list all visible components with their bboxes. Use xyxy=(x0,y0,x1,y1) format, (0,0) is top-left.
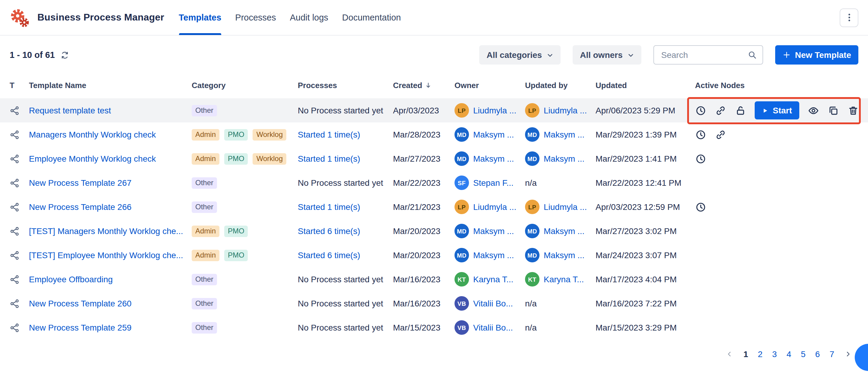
user-link[interactable]: Maksym ... xyxy=(544,154,584,164)
user-link[interactable]: Vitalii Bo... xyxy=(473,323,513,332)
user-link[interactable]: Maksym ... xyxy=(473,130,514,139)
start-button[interactable]: Start xyxy=(755,101,799,119)
processes-status[interactable]: Started 1 time(s) xyxy=(298,202,360,212)
col-owner[interactable]: Owner xyxy=(455,81,525,90)
table-row[interactable]: Employee Monthly Worklog check AdminPMOW… xyxy=(0,147,868,171)
user-link[interactable]: Liudmyla ... xyxy=(473,202,516,212)
chevron-right-icon[interactable] xyxy=(844,350,852,358)
page-number-5[interactable]: 5 xyxy=(801,349,806,359)
page-number-2[interactable]: 2 xyxy=(758,349,763,359)
avatar: KT xyxy=(455,272,469,287)
processes-status[interactable]: Started 6 time(s) xyxy=(298,250,360,260)
avatar: LP xyxy=(525,103,539,118)
user-link[interactable]: Maksym ... xyxy=(473,154,514,164)
col-updated[interactable]: Updated xyxy=(595,81,695,90)
process-template-icon xyxy=(10,153,20,164)
col-template-name[interactable]: Template Name xyxy=(29,81,192,90)
search-input[interactable] xyxy=(660,50,747,60)
template-name-link[interactable]: [TEST] Employee Monthly Worklog che... xyxy=(29,250,183,260)
not-available-text: n/a xyxy=(525,178,537,187)
table-row[interactable]: New Process Template 267 Other No Proces… xyxy=(0,171,868,195)
user-link[interactable]: Maksym ... xyxy=(473,250,514,260)
category-cell: Other xyxy=(192,298,298,309)
page-number-4[interactable]: 4 xyxy=(786,349,792,359)
col-active-nodes: Active Nodes xyxy=(695,81,858,90)
avatar: VB xyxy=(455,320,469,335)
category-chip: Other xyxy=(192,201,217,213)
copy-icon[interactable] xyxy=(828,105,839,116)
trash-icon[interactable] xyxy=(847,105,859,116)
created-cell: Mar/16/2023 xyxy=(393,274,455,284)
new-template-button[interactable]: New Template xyxy=(775,45,858,64)
table-row[interactable]: Managers Monthly Worklog check AdminPMOW… xyxy=(0,122,868,147)
template-name-link[interactable]: [TEST] Managers Monthly Worklog che... xyxy=(29,226,183,236)
tab-audit-logs[interactable]: Audit logs xyxy=(290,0,328,35)
processes-status: No Process started yet xyxy=(298,323,383,332)
app-title: Business Process Manager xyxy=(37,12,164,23)
processes-status[interactable]: Started 1 time(s) xyxy=(298,130,360,139)
results-count: 1 - 10 of 61 xyxy=(10,50,69,60)
user-link[interactable]: Maksym ... xyxy=(544,226,584,236)
template-name-link[interactable]: Managers Monthly Worklog check xyxy=(29,130,156,139)
template-name-link[interactable]: New Process Template 259 xyxy=(29,323,131,332)
tab-templates[interactable]: Templates xyxy=(179,0,221,35)
template-name-link[interactable]: New Process Template 260 xyxy=(29,299,131,308)
template-name-link[interactable]: Employee Monthly Worklog check xyxy=(29,154,156,164)
user-link[interactable]: Vitalii Bo... xyxy=(473,299,513,308)
user-link[interactable]: Stepan F... xyxy=(473,178,514,187)
table-row[interactable]: [TEST] Employee Monthly Worklog che... A… xyxy=(0,243,868,267)
owner-cell: VBVitalii Bo... xyxy=(455,320,525,335)
page-number-1[interactable]: 1 xyxy=(744,349,748,359)
user-link[interactable]: Karyna T... xyxy=(473,274,513,284)
user-link[interactable]: Maksym ... xyxy=(544,130,584,139)
link-icon xyxy=(715,129,726,140)
eye-icon[interactable] xyxy=(808,105,819,116)
categories-filter-label: All categories xyxy=(487,50,542,60)
col-processes[interactable]: Processes xyxy=(298,81,393,90)
table-row[interactable]: Employee Offboarding Other No Process st… xyxy=(0,267,868,291)
user-link[interactable]: Maksym ... xyxy=(473,226,514,236)
template-name-link[interactable]: Employee Offboarding xyxy=(29,274,113,284)
table-row[interactable]: New Process Template 259 Other No Proces… xyxy=(0,316,868,340)
table-row[interactable]: New Process Template 260 Other No Proces… xyxy=(0,291,868,316)
updated-by-cell: n/a xyxy=(525,323,595,332)
user-link[interactable]: Maksym ... xyxy=(544,250,584,260)
user-link[interactable]: Liudmyla ... xyxy=(544,106,587,115)
user-link[interactable]: Liudmyla ... xyxy=(544,202,587,212)
page-number-6[interactable]: 6 xyxy=(815,349,820,359)
col-category[interactable]: Category xyxy=(192,81,298,90)
updated-cell: Mar/17/2023 4:04 PM xyxy=(595,274,695,284)
table-row[interactable]: Request template test Other No Process s… xyxy=(0,98,868,122)
owner-cell: KTKaryna T... xyxy=(455,272,525,287)
table-row[interactable]: [TEST] Managers Monthly Worklog che... A… xyxy=(0,219,868,243)
lock-icon[interactable] xyxy=(735,105,746,116)
col-created[interactable]: Created xyxy=(393,81,455,90)
template-name-link[interactable]: New Process Template 266 xyxy=(29,202,131,212)
category-chip: PMO xyxy=(224,153,248,164)
owners-filter-dropdown[interactable]: All owners xyxy=(572,45,641,64)
owner-cell: MDMaksym ... xyxy=(455,224,525,238)
processes-status: No Process started yet xyxy=(298,274,383,284)
template-name-link[interactable]: Request template test xyxy=(29,106,111,115)
chevron-down-icon xyxy=(546,50,555,59)
refresh-icon[interactable] xyxy=(60,50,69,59)
more-menu-button[interactable] xyxy=(840,8,858,27)
table-row[interactable]: New Process Template 266 Other Started 1… xyxy=(0,195,868,219)
page-number-7[interactable]: 7 xyxy=(830,349,834,359)
created-cell: Mar/21/2023 xyxy=(393,202,455,212)
user-link[interactable]: Liudmyla ... xyxy=(473,106,516,115)
processes-cell: No Process started yet xyxy=(298,323,393,332)
page-list: 1234567 xyxy=(744,349,834,359)
processes-status[interactable]: Started 1 time(s) xyxy=(298,154,360,164)
processes-status[interactable]: Started 6 time(s) xyxy=(298,226,360,236)
template-name-link[interactable]: New Process Template 267 xyxy=(29,178,131,187)
user-link[interactable]: Karyna T... xyxy=(544,274,584,284)
process-template-icon xyxy=(10,274,20,284)
chevron-left-icon[interactable] xyxy=(725,350,734,358)
tab-processes[interactable]: Processes xyxy=(235,0,276,35)
tab-documentation[interactable]: Documentation xyxy=(342,0,401,35)
active-nodes-cell xyxy=(695,201,858,213)
categories-filter-dropdown[interactable]: All categories xyxy=(479,45,561,64)
page-number-3[interactable]: 3 xyxy=(772,349,777,359)
col-updated-by[interactable]: Updated by xyxy=(525,81,595,90)
